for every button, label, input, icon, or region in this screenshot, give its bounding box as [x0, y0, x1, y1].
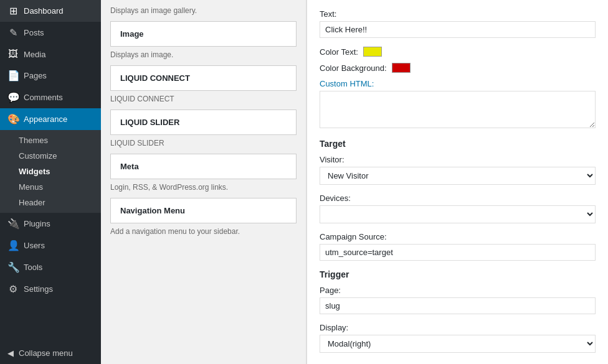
tools-icon: 🔧	[7, 261, 19, 273]
sidebar-label-pages: Pages	[24, 71, 47, 80]
sidebar-label-appearance: Appearance	[24, 114, 67, 124]
text-field-group: Text:	[320, 9, 596, 38]
sidebar-label-comments: Comments	[24, 93, 63, 102]
page-label: Page:	[320, 286, 596, 295]
widget-meta[interactable]: Meta	[110, 154, 297, 179]
widget-meta-desc: Login, RSS, & WordPress.org links.	[101, 180, 306, 198]
sidebar-label-settings: Settings	[24, 284, 53, 294]
color-text-label: Color Text:	[320, 47, 358, 57]
widget-liquid-connect[interactable]: LIQUID CONNECT	[110, 65, 297, 91]
sidebar-sub-themes[interactable]: Themes	[0, 133, 101, 148]
visitor-field-group: Visitor: New Visitor Returning Visitor A…	[320, 155, 596, 185]
main-content: Displays an image gallery. Image Display…	[101, 0, 608, 364]
widget-liquid-connect-sub: LIQUID CONNECT	[101, 92, 306, 110]
text-input[interactable]	[320, 21, 596, 38]
sidebar-item-dashboard[interactable]: ⊞ Dashboard	[0, 0, 101, 22]
widget-list-panel: Displays an image gallery. Image Display…	[101, 0, 306, 364]
sidebar-item-settings[interactable]: ⚙ Settings	[0, 278, 101, 300]
widget-navigation-menu-desc: Add a navigation menu to your sidebar.	[101, 225, 306, 242]
page-input[interactable]	[320, 297, 596, 314]
sidebar-sub-header[interactable]: Header	[0, 195, 101, 210]
sidebar-label-posts: Posts	[24, 28, 44, 37]
widget-image[interactable]: Image	[110, 21, 297, 47]
display-select[interactable]: Modal(right)	[320, 335, 596, 353]
collapse-menu-label: Collapse menu	[19, 348, 73, 358]
devices-label: Devices:	[320, 194, 596, 203]
media-icon: 🖼	[7, 49, 19, 60]
color-bg-group: Color Background:	[320, 63, 596, 73]
campaign-source-input[interactable]	[320, 244, 596, 261]
widget-navigation-menu[interactable]: Navigation Menu	[110, 198, 297, 223]
dashboard-icon: ⊞	[7, 5, 19, 17]
appearance-submenu: Themes Customize Widgets Menus Header	[0, 130, 101, 213]
collapse-icon: ◀	[7, 348, 14, 358]
sidebar-sub-menus[interactable]: Menus	[0, 179, 101, 195]
target-heading: Target	[320, 139, 596, 149]
visitor-select[interactable]: New Visitor Returning Visitor All	[320, 167, 596, 185]
pages-icon: 📄	[7, 70, 19, 82]
sidebar-item-users[interactable]: 👤 Users	[0, 235, 101, 256]
settings-icon: ⚙	[7, 283, 19, 295]
sidebar-item-media[interactable]: 🖼 Media	[0, 44, 101, 65]
page-field-group: Page:	[320, 286, 596, 314]
custom-html-textarea[interactable]	[320, 91, 596, 128]
gallery-desc: Displays an image gallery.	[101, 0, 306, 21]
appearance-icon: 🎨	[7, 113, 19, 125]
users-icon: 👤	[7, 240, 19, 251]
custom-html-label: Custom HTML:	[320, 79, 596, 88]
color-text-group: Color Text:	[320, 47, 596, 57]
color-text-swatch[interactable]	[363, 47, 382, 57]
trigger-heading: Trigger	[320, 269, 596, 279]
widget-liquid-slider[interactable]: LIQUID SLIDER	[110, 110, 297, 135]
widget-liquid-slider-sub: LIQUID SLIDER	[101, 136, 306, 154]
sidebar-item-tools[interactable]: 🔧 Tools	[0, 256, 101, 278]
color-bg-label: Color Background:	[320, 63, 387, 73]
comments-icon: 💬	[7, 91, 19, 103]
visitor-label: Visitor:	[320, 155, 596, 164]
sidebar-item-pages[interactable]: 📄 Pages	[0, 65, 101, 86]
widget-image-desc: Displays an image.	[101, 48, 306, 65]
devices-field-group: Devices:	[320, 194, 596, 223]
posts-icon: ✎	[7, 27, 19, 39]
sidebar: ⊞ Dashboard ✎ Posts 🖼 Media 📄 Pages 💬 Co…	[0, 0, 101, 364]
sidebar-item-appearance[interactable]: 🎨 Appearance	[0, 108, 101, 130]
sidebar-item-posts[interactable]: ✎ Posts	[0, 22, 101, 44]
sidebar-label-users: Users	[24, 241, 45, 250]
right-panel: Text: Color Text: Color Background: Cust…	[306, 0, 608, 364]
sidebar-sub-customize[interactable]: Customize	[0, 148, 101, 164]
plugins-icon: 🔌	[7, 218, 19, 230]
display-field-group: Display: Modal(right)	[320, 323, 596, 353]
sidebar-item-plugins[interactable]: 🔌 Plugins	[0, 213, 101, 235]
devices-select[interactable]	[320, 205, 596, 223]
collapse-menu-button[interactable]: ◀ Collapse menu	[0, 342, 101, 364]
sidebar-label-plugins: Plugins	[24, 219, 50, 228]
sidebar-sub-widgets[interactable]: Widgets	[0, 164, 101, 179]
campaign-source-label: Campaign Source:	[320, 232, 596, 241]
custom-html-group: Custom HTML:	[320, 79, 596, 130]
sidebar-item-comments[interactable]: 💬 Comments	[0, 86, 101, 108]
campaign-source-group: Campaign Source:	[320, 232, 596, 261]
sidebar-label-dashboard: Dashboard	[24, 6, 64, 16]
text-label: Text:	[320, 9, 596, 19]
sidebar-label-tools: Tools	[24, 263, 42, 272]
display-label: Display:	[320, 323, 596, 332]
color-bg-swatch[interactable]	[392, 63, 411, 73]
sidebar-label-media: Media	[24, 50, 45, 59]
